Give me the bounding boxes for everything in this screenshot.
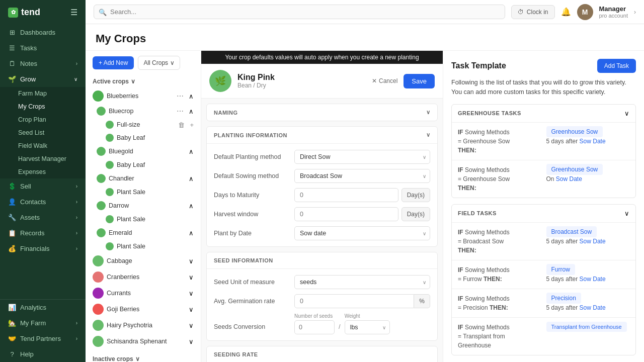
list-item[interactable]: Emerald ∧ bbox=[86, 226, 201, 240]
harvest-window-control: Day(s) bbox=[294, 207, 430, 221]
sow-date-link[interactable]: Sow Date bbox=[580, 138, 606, 145]
crop-avatar bbox=[97, 147, 106, 156]
crop-chevron-icon[interactable]: ∧ bbox=[189, 175, 194, 183]
task-tag: Greenhouse Sow bbox=[546, 126, 603, 137]
sidebar-item-expenses[interactable]: Expenses bbox=[0, 165, 86, 178]
list-item[interactable]: Bluecrop ⋯ ∧ bbox=[86, 104, 201, 118]
inactive-crops-header[interactable]: Inactive crops ∨ bbox=[86, 352, 201, 362]
list-item[interactable]: Cranberries ∨ bbox=[86, 269, 201, 285]
list-item[interactable]: Baby Leaf bbox=[86, 158, 201, 171]
crop-chevron-icon[interactable]: ∨ bbox=[189, 290, 194, 297]
clock-in-button[interactable]: ⏱ Clock in bbox=[511, 5, 555, 19]
sidebar-item-records[interactable]: 📋 Records › bbox=[0, 225, 86, 241]
user-menu-chevron-icon[interactable]: › bbox=[634, 9, 636, 16]
crop-detail-panel: Your crop defaults values will auto appl… bbox=[201, 51, 443, 362]
list-item[interactable]: Full-size 🗑 + bbox=[86, 118, 201, 131]
list-item[interactable]: Plant Sale bbox=[86, 186, 201, 199]
notifications-icon[interactable]: 🔔 bbox=[561, 7, 571, 17]
greenhouse-tasks-header[interactable]: GREENHOUSE TASKS ∨ bbox=[452, 105, 635, 122]
weight-select[interactable]: lbs kg grams ounces bbox=[345, 320, 390, 334]
sidebar-item-my-crops[interactable]: My Crops bbox=[0, 100, 86, 113]
grow-icon: 🌱 bbox=[8, 75, 16, 83]
list-item[interactable]: Schisandra Sphenant ∨ bbox=[86, 333, 201, 349]
active-crops-header[interactable]: Active crops ∨ bbox=[86, 75, 201, 88]
sidebar-item-crop-plan[interactable]: Crop Plan bbox=[0, 113, 86, 126]
list-item[interactable]: Goji Berries ∨ bbox=[86, 301, 201, 317]
search-input[interactable] bbox=[94, 5, 505, 19]
seed-unit-select[interactable]: seeds grams ounces lbs bbox=[294, 275, 430, 289]
crop-more-icon[interactable]: ⋯ bbox=[177, 107, 184, 115]
app-logo: ✿ tend bbox=[8, 7, 40, 18]
sidebar-item-farm-map[interactable]: Farm Map bbox=[0, 87, 86, 100]
crop-chevron-icon[interactable]: ∨ bbox=[189, 274, 194, 281]
sidebar-item-assets[interactable]: 🔧 Assets › bbox=[0, 210, 86, 225]
financials-chevron-icon: › bbox=[76, 246, 77, 251]
plant-by-date-select[interactable]: Sow date Transplant date bbox=[294, 226, 430, 240]
sidebar-item-analytics[interactable]: 📊 Analytics bbox=[0, 300, 86, 315]
seeding-rate-title[interactable]: SEEDING RATE bbox=[207, 346, 437, 362]
list-item[interactable]: Baby Leaf bbox=[86, 131, 201, 144]
sidebar-item-tend-partners[interactable]: 🤝 Tend Partners › bbox=[0, 331, 86, 346]
sowing-method-select[interactable]: Broadcast Sow Direct Sow Furrow Precisio… bbox=[294, 169, 430, 183]
crop-chevron-icon[interactable]: ∧ bbox=[189, 93, 194, 100]
crop-chevron-icon[interactable]: ∧ bbox=[189, 229, 194, 237]
num-seeds-wrap: Number of seeds bbox=[294, 313, 335, 334]
add-task-button[interactable]: Add Task bbox=[597, 59, 636, 73]
all-crops-button[interactable]: All Crops ∨ bbox=[138, 56, 180, 70]
sidebar-item-my-farm[interactable]: 🏡 My Farm › bbox=[0, 315, 86, 331]
list-item[interactable]: Chandler ∧ bbox=[86, 171, 201, 186]
sidebar-item-grow[interactable]: 🌱 Grow ∨ bbox=[0, 71, 86, 87]
crop-avatar bbox=[106, 161, 114, 169]
save-button[interactable]: Save bbox=[404, 74, 435, 88]
sow-date-link[interactable]: Sow Date bbox=[580, 304, 606, 311]
sidebar-item-harvest-manager[interactable]: Harvest Manager bbox=[0, 152, 86, 165]
seed-info-title[interactable]: SEED INFORMATION bbox=[207, 252, 437, 268]
list-item[interactable]: Cabbage ∨ bbox=[86, 253, 201, 269]
crop-chevron-icon[interactable]: ∧ bbox=[189, 148, 194, 155]
crop-chevron-icon[interactable]: ∨ bbox=[189, 322, 194, 329]
sidebar-item-help[interactable]: ? Help bbox=[0, 346, 86, 362]
sow-date-link[interactable]: Sow Date bbox=[580, 238, 606, 245]
planting-method-select[interactable]: Direct Sow Transplant Broadcast Sow Gree… bbox=[294, 150, 430, 164]
add-icon[interactable]: + bbox=[190, 121, 194, 129]
sidebar-item-contacts[interactable]: 👤 Contacts › bbox=[0, 194, 86, 210]
crop-chevron-icon[interactable]: ∨ bbox=[189, 338, 194, 345]
list-item[interactable]: Bluegold ∧ bbox=[86, 144, 201, 158]
active-crops-chevron-icon: ∨ bbox=[131, 78, 135, 85]
sidebar-item-seed-list[interactable]: Seed List bbox=[0, 126, 86, 139]
crop-chevron-icon[interactable]: ∧ bbox=[189, 108, 194, 115]
delete-icon[interactable]: 🗑 bbox=[178, 121, 185, 129]
sidebar-item-dashboards[interactable]: ⊞ Dashboards bbox=[0, 25, 86, 40]
list-item[interactable]: Plant Sale bbox=[86, 213, 201, 226]
naming-section-title[interactable]: NAMING ∨ bbox=[207, 104, 437, 121]
x-icon: ✕ bbox=[372, 77, 377, 84]
sidebar-item-financials[interactable]: 💰 Financials › bbox=[0, 241, 86, 256]
sidebar-item-field-walk[interactable]: Field Walk bbox=[0, 139, 86, 152]
list-item[interactable]: Hairy Psychotria ∨ bbox=[86, 317, 201, 333]
planting-info-title[interactable]: PLANTING INFORMATION ∨ bbox=[207, 127, 437, 143]
days-to-maturity-input[interactable] bbox=[294, 188, 398, 202]
crop-more-icon[interactable]: ⋯ bbox=[177, 92, 184, 100]
add-new-button[interactable]: + Add New bbox=[93, 56, 134, 69]
list-item[interactable]: Blueberries ⋯ ∧ bbox=[86, 88, 201, 104]
sidebar-item-tasks[interactable]: ☰ Tasks bbox=[0, 40, 86, 56]
my-farm-chevron-icon: › bbox=[76, 320, 77, 326]
num-seeds-input[interactable] bbox=[294, 320, 335, 334]
crop-chevron-icon[interactable]: ∨ bbox=[189, 306, 194, 313]
contacts-chevron-icon: › bbox=[76, 199, 77, 205]
list-item[interactable]: Currants ∨ bbox=[86, 285, 201, 301]
list-item[interactable]: Plant Sale bbox=[86, 240, 201, 253]
crop-chevron-icon[interactable]: ∧ bbox=[189, 202, 194, 210]
germination-rate-input[interactable] bbox=[294, 294, 414, 308]
hamburger-icon[interactable]: ☰ bbox=[70, 8, 77, 17]
sidebar-item-sell[interactable]: 💲 Sell › bbox=[0, 178, 86, 194]
sow-date-link[interactable]: Sow Date bbox=[556, 175, 582, 183]
help-icon: ? bbox=[8, 350, 16, 358]
field-tasks-header[interactable]: FIELD TASKS ∨ bbox=[452, 205, 635, 222]
sow-date-link[interactable]: Sow Date bbox=[580, 276, 606, 283]
cancel-button[interactable]: ✕ Cancel bbox=[372, 77, 397, 84]
list-item[interactable]: Darrow ∧ bbox=[86, 199, 201, 213]
crop-chevron-icon[interactable]: ∨ bbox=[189, 257, 194, 265]
sidebar-item-notes[interactable]: 🗒 Notes › bbox=[0, 56, 86, 71]
harvest-window-input[interactable] bbox=[294, 207, 398, 221]
